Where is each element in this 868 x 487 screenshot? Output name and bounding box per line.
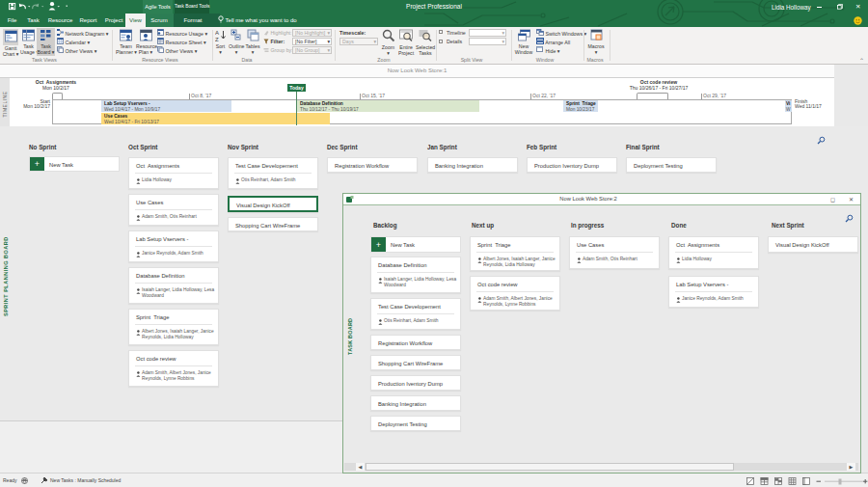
svg-text:A: A	[215, 30, 219, 36]
svg-text:Z: Z	[215, 37, 219, 42]
